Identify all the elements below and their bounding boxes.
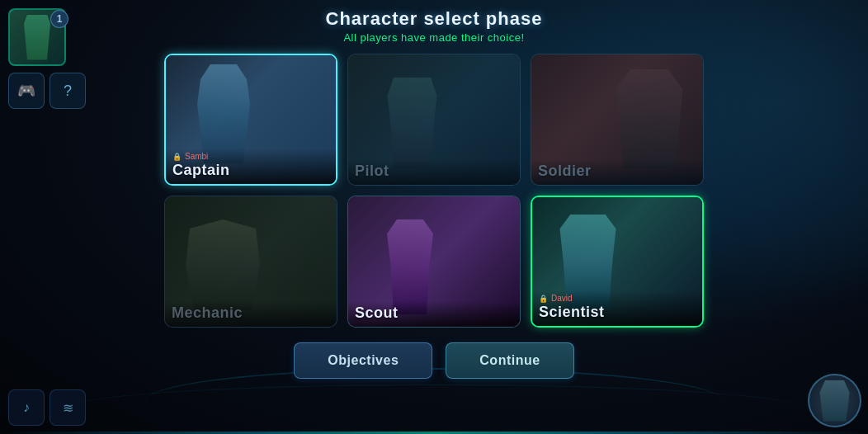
page-title: Character select phase (326, 8, 543, 30)
soldier-info: Soldier (531, 159, 703, 185)
soldier-role: Soldier (538, 163, 696, 180)
scientist-player: 🔒 David (539, 294, 696, 303)
icon-buttons: 🎮 ? (8, 73, 86, 109)
pilot-figure (381, 78, 443, 168)
sound-button[interactable]: ≋ (50, 389, 86, 426)
bottom-right-avatar (808, 374, 861, 427)
scientist-role: Scientist (539, 304, 696, 321)
help-button[interactable]: ? (50, 73, 86, 109)
character-card-scout[interactable]: Scout (347, 196, 521, 328)
bottom-buttons: Objectives Continue (294, 342, 573, 379)
bottom-avatar-figure (816, 380, 853, 422)
avatar-figure (21, 15, 54, 60)
captain-player: 🔒 Sambi (172, 152, 329, 161)
lock-icon-captain: 🔒 (172, 153, 182, 161)
pilot-role: Pilot (355, 163, 513, 180)
sound-wave-icon: ≋ (63, 400, 73, 416)
character-grid: 🔒 Sambi Captain Pilot Soldier (164, 54, 704, 328)
header: Character select phase All players have … (326, 8, 543, 44)
question-icon: ? (64, 83, 72, 100)
character-card-pilot[interactable]: Pilot (347, 54, 521, 186)
gamepad-icon: 🎮 (17, 82, 35, 100)
top-left-panel: 1 🎮 ? (8, 8, 86, 109)
scout-figure (377, 219, 443, 314)
character-card-mechanic[interactable]: Mechanic (164, 196, 337, 328)
mechanic-role: Mechanic (172, 304, 330, 322)
mechanic-figure (182, 219, 264, 310)
music-icon: ♪ (23, 400, 30, 415)
captain-role: Captain (172, 162, 329, 179)
scientist-player-name: David (551, 294, 573, 303)
player-avatar: 1 (8, 8, 66, 66)
soldier-figure (612, 69, 686, 168)
pilot-info: Pilot (348, 159, 520, 185)
mechanic-info: Mechanic (165, 301, 337, 327)
character-card-soldier[interactable]: Soldier (531, 54, 704, 186)
character-card-captain[interactable]: 🔒 Sambi Captain (164, 54, 337, 186)
gamepad-button[interactable]: 🎮 (8, 73, 45, 109)
page-subtitle: All players have made their choice! (326, 31, 543, 44)
captain-player-name: Sambi (185, 152, 208, 161)
bottom-left-panel: ♪ ≋ (8, 389, 86, 426)
scout-info: Scout (348, 301, 520, 327)
scientist-info: 🔒 David Scientist (532, 290, 702, 326)
lock-icon-scientist: 🔒 (539, 295, 548, 303)
bottom-right-panel (808, 374, 861, 427)
captain-info: 🔒 Sambi Captain (166, 149, 336, 184)
music-button[interactable]: ♪ (8, 389, 45, 426)
continue-button[interactable]: Continue (446, 342, 573, 379)
objectives-button[interactable]: Objectives (294, 342, 432, 379)
main-content: Character select phase All players have … (0, 0, 868, 434)
scout-role: Scout (355, 304, 513, 322)
player-badge: 1 (50, 10, 68, 28)
character-card-scientist[interactable]: 🔒 David Scientist (531, 196, 704, 328)
